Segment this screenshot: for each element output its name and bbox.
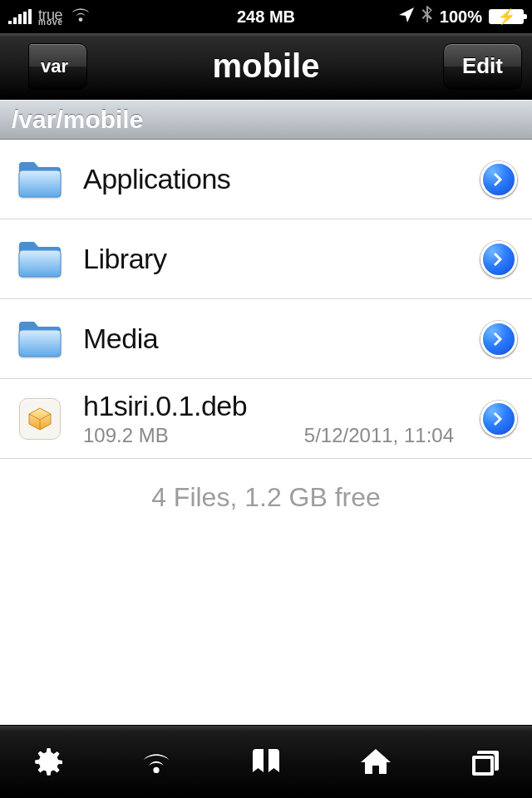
item-name: Media: [83, 323, 461, 355]
item-name: Applications: [83, 163, 461, 195]
bottom-toolbar: [0, 725, 532, 798]
list-item[interactable]: Applications: [0, 140, 532, 219]
wifi-button[interactable]: [133, 739, 180, 786]
back-button-label: var: [41, 56, 68, 77]
wifi-icon: [70, 7, 91, 27]
wifi-icon: [138, 744, 175, 781]
list-item[interactable]: Media: [0, 299, 532, 379]
file-list: Applications Library Media: [0, 140, 532, 459]
edit-button-label: Edit: [462, 53, 503, 79]
svg-rect-0: [19, 170, 61, 197]
item-size: 109.2 MB: [83, 424, 169, 447]
svg-rect-2: [19, 330, 61, 357]
status-bar: true move 248 MB 100% ⚡: [0, 0, 532, 33]
folder-icon: [17, 236, 63, 283]
home-icon: [357, 744, 394, 781]
current-path: /var/mobile: [12, 106, 143, 134]
folder-icon: [17, 316, 63, 362]
folder-icon: [17, 156, 63, 203]
gear-icon: [28, 744, 65, 781]
item-name: Library: [83, 243, 461, 275]
settings-button[interactable]: [23, 739, 70, 786]
windows-icon: [467, 744, 504, 781]
navigation-bar: var mobile Edit: [0, 33, 532, 100]
list-summary: 4 Files, 1.2 GB free: [0, 459, 532, 513]
memory-indicator: 248 MB: [237, 7, 295, 27]
cellular-signal-icon: [8, 9, 32, 24]
detail-disclosure-button[interactable]: [480, 401, 517, 437]
windows-button[interactable]: [462, 739, 509, 786]
list-item[interactable]: Library: [0, 219, 532, 299]
carrier-label: true move: [38, 7, 63, 26]
svg-rect-1: [19, 250, 61, 277]
page-title: mobile: [213, 47, 320, 85]
home-button[interactable]: [352, 739, 399, 786]
path-bar: /var/mobile: [0, 100, 532, 140]
bluetooth-icon: [421, 6, 433, 28]
detail-disclosure-button[interactable]: [480, 161, 517, 198]
bookmarks-button[interactable]: [243, 739, 289, 786]
battery-percent: 100%: [440, 7, 482, 27]
bookmarks-icon: [248, 744, 284, 781]
detail-disclosure-button[interactable]: [480, 241, 517, 278]
edit-button[interactable]: Edit: [443, 43, 522, 90]
location-arrow-icon: [398, 7, 415, 27]
battery-charging-icon: ⚡: [489, 9, 524, 24]
detail-disclosure-button[interactable]: [480, 321, 517, 357]
back-button[interactable]: var: [28, 43, 87, 90]
list-item[interactable]: h1siri.0.1.deb 109.2 MB 5/12/2011, 11:04: [0, 379, 532, 459]
item-name: h1siri.0.1.deb: [83, 390, 461, 422]
package-icon: [17, 396, 63, 442]
item-date: 5/12/2011, 11:04: [304, 424, 461, 447]
